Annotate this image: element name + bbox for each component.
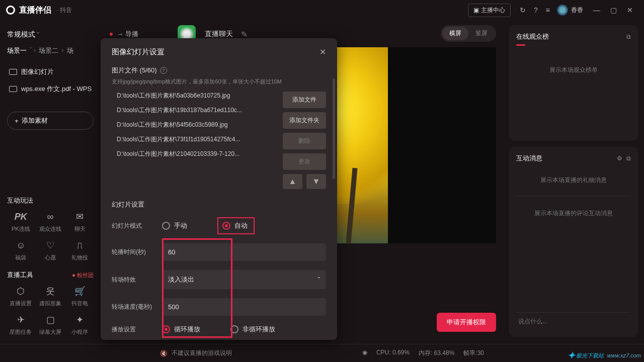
- popout-icon[interactable]: ⧉: [626, 33, 631, 40]
- tool-shop[interactable]: 🛒抖音电: [66, 285, 94, 307]
- heart-icon: ♡: [44, 239, 57, 252]
- screen-icon: ▢: [44, 313, 57, 326]
- transition-select[interactable]: 淡入淡出ˇ: [162, 270, 326, 289]
- send-icon: ✈: [14, 313, 27, 326]
- minimize-button[interactable]: —: [588, 6, 605, 14]
- help-icon[interactable]: ?: [160, 67, 167, 74]
- tool-settings[interactable]: ⬡直播设置: [7, 285, 35, 307]
- tool-wish[interactable]: ♡心愿: [37, 239, 64, 261]
- transition-label: 转场特效: [112, 276, 162, 284]
- tool-chat[interactable]: ✉聊天: [66, 210, 94, 233]
- tool-miniapp[interactable]: ✦小程序: [66, 313, 94, 336]
- tool-fudai[interactable]: ☺福袋: [7, 239, 35, 261]
- cart-icon: 🛒: [73, 285, 87, 298]
- tool-pk[interactable]: PKPK连线: [7, 210, 35, 233]
- gift-empty: 展示本场直播的礼物消息: [516, 163, 631, 196]
- interval-label: 轮播时间(秒): [112, 248, 162, 256]
- scrollbar[interactable]: [333, 78, 335, 179]
- fps-status: 帧率:30: [463, 349, 484, 357]
- plus-icon: +: [15, 117, 19, 125]
- mem-status: 内存: 63.48%: [419, 349, 454, 357]
- director-link[interactable]: → 导播: [117, 30, 138, 39]
- edit-icon[interactable]: ✎: [241, 30, 248, 39]
- tool-gift[interactable]: ⎍礼物投: [66, 239, 94, 261]
- mode-label: 幻灯片模式: [112, 222, 162, 230]
- mode-auto-radio[interactable]: 自动: [222, 221, 248, 230]
- bag-icon: ☺: [14, 239, 27, 252]
- scene-tab-2[interactable]: 场景二: [39, 46, 58, 55]
- avatar[interactable]: [557, 5, 568, 16]
- play-noloop-radio[interactable]: 非循环播放: [230, 325, 275, 334]
- modify-button[interactable]: 更改: [283, 153, 326, 170]
- move-down-button[interactable]: ▼: [306, 174, 326, 189]
- username: 香香: [571, 6, 583, 15]
- play-loop-radio[interactable]: 循环播放: [162, 325, 200, 334]
- help-icon[interactable]: ?: [530, 6, 542, 14]
- modal-close-button[interactable]: ✕: [319, 47, 326, 57]
- tool-startask[interactable]: ✈星图任务: [7, 313, 35, 336]
- fans-badge[interactable]: ● 粉丝团: [72, 272, 94, 279]
- tool-avatar[interactable]: 웃虚拟形象: [37, 285, 64, 307]
- chat-icon: ✉: [73, 210, 87, 223]
- mode-manual-radio[interactable]: 手动: [162, 221, 187, 230]
- tool-greenscreen[interactable]: ▢绿幕大屏: [37, 313, 64, 336]
- comment-input[interactable]: [516, 313, 631, 330]
- add-source-button[interactable]: +添加素材: [7, 112, 94, 130]
- person-icon: 웃: [44, 285, 57, 298]
- file-item[interactable]: D:\tools\工作图片素材\19b3187ba671ed110c...: [112, 106, 277, 115]
- maximize-button[interactable]: ▢: [605, 6, 622, 14]
- mute-icon[interactable]: 🔇: [160, 350, 168, 357]
- logo-icon: [6, 6, 15, 15]
- speed-input[interactable]: [162, 298, 326, 316]
- status-warning[interactable]: 不建议直播的游戏说明: [172, 349, 232, 357]
- settings-icon[interactable]: ⚙: [617, 155, 622, 162]
- broadcast-center-button[interactable]: ▣ 主播中心: [468, 4, 511, 17]
- image-icon: [9, 69, 17, 75]
- slide-section-title: 幻灯片设置: [112, 200, 326, 209]
- section-interact: 互动玩法: [7, 196, 33, 205]
- source-item-slideshow[interactable]: 图像幻灯片: [7, 63, 94, 80]
- add-folder-button[interactable]: 添加文件夹: [283, 112, 326, 129]
- scene-tab-1[interactable]: 场景一: [7, 46, 27, 55]
- stream-title: 直播聊天: [205, 30, 233, 39]
- link-icon: ∞: [44, 210, 57, 223]
- speed-label: 转场速度(毫秒): [112, 303, 162, 311]
- viewers-empty: 展示本场观众榜单: [516, 46, 631, 89]
- files-label: 图片文件 (5/60): [112, 66, 157, 75]
- section-live: 直播工具: [7, 270, 33, 280]
- file-icon: [9, 86, 17, 92]
- add-file-button[interactable]: 添加文件: [283, 92, 326, 108]
- source-item-file[interactable]: wps.exe 作文.pdf - WPS: [7, 80, 94, 98]
- pk-icon: PK: [14, 210, 27, 223]
- cpu-status: CPU: 0.69%: [376, 349, 410, 357]
- comment-empty: 展示本场直播的评论互动消息: [516, 196, 631, 312]
- close-button[interactable]: ✕: [622, 6, 638, 14]
- file-item[interactable]: D:\tools\工作图片素材\54f56c03c5989.jpg: [112, 121, 277, 129]
- files-hint: 支持jpg/jpeg/png/bmp格式图片，最多添加60张，单张大小不超过10…: [112, 78, 326, 85]
- slideshow-settings-modal: 图像幻灯片设置 ✕ 图片文件 (5/60)? 支持jpg/jpeg/png/bm…: [101, 38, 337, 340]
- orientation-v[interactable]: 竖屏: [468, 27, 495, 40]
- play-label: 播放设置: [112, 325, 162, 334]
- mode-selector[interactable]: 常规模式 ˇ: [7, 30, 94, 39]
- menu-icon[interactable]: ≡: [542, 6, 554, 14]
- scene-tab-3[interactable]: 场: [67, 46, 73, 55]
- app-subtitle: · 抖音: [56, 6, 72, 15]
- file-item[interactable]: D:\tools\工作图片素材\5a03b6e310725.jpg: [112, 92, 277, 100]
- move-up-button[interactable]: ▲: [283, 174, 302, 189]
- messages-panel-title: 互动消息: [516, 154, 542, 163]
- video-icon: ▣: [473, 7, 479, 14]
- popout-icon[interactable]: ⧉: [626, 155, 631, 162]
- apply-broadcast-button[interactable]: 申请开播权限: [437, 313, 496, 332]
- tool-audience[interactable]: ∞观众连线: [37, 210, 64, 233]
- perf-icon: ◉: [362, 349, 367, 357]
- gear-icon: ⬡: [14, 285, 27, 298]
- interval-input[interactable]: [162, 243, 326, 261]
- orientation-h[interactable]: 横屏: [442, 27, 468, 40]
- refresh-icon[interactable]: ↻: [516, 6, 530, 14]
- file-item[interactable]: D:\tools\工作图片素材\73f1f1d190514275fc4...: [112, 135, 277, 144]
- viewers-panel-title: 在线观众榜: [516, 32, 549, 41]
- file-item[interactable]: D:\tools\工作图片素材\210402103339-7-120...: [112, 150, 277, 158]
- app-title: 直播伴侣: [19, 5, 51, 16]
- delete-button[interactable]: 删除: [283, 133, 326, 149]
- modal-title: 图像幻灯片设置: [112, 47, 165, 57]
